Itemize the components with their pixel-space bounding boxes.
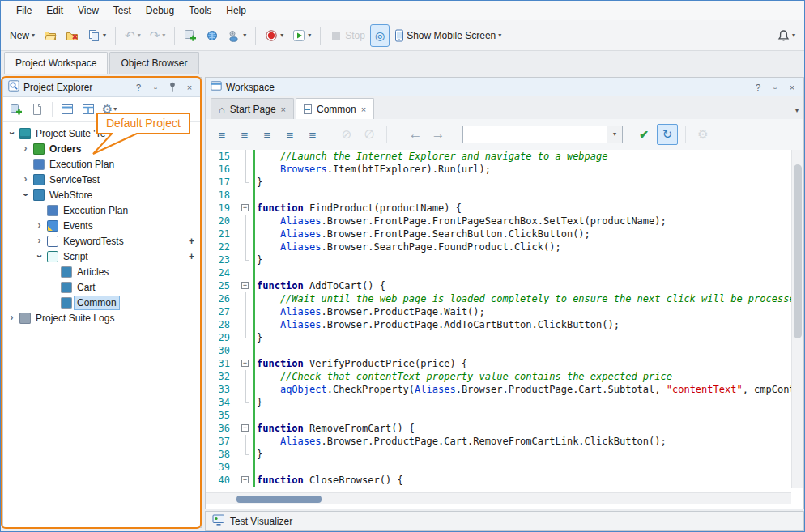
editor-settings-button[interactable]: ⚙ xyxy=(693,125,713,144)
code-line-33[interactable]: 33 aqObject.CheckProperty(Aliases.Browse… xyxy=(206,383,791,396)
code-line-40[interactable]: 40−function CloseBrowser() { xyxy=(206,474,791,487)
close-panel-button[interactable]: × xyxy=(183,83,196,92)
add-child-button[interactable]: + xyxy=(189,251,194,262)
code-line-25[interactable]: 25−function AddToCart() { xyxy=(206,279,791,292)
code-line-22[interactable]: 22 Aliases.Browser.SearchPage.FoundProdu… xyxy=(206,240,791,253)
tree-item-execution-plan[interactable]: Execution Plan xyxy=(3,156,201,172)
outdent-button[interactable]: ≡ xyxy=(280,125,300,144)
checkpoint-button[interactable] xyxy=(202,25,223,46)
close-tab-icon[interactable]: × xyxy=(281,104,286,114)
syntax-check-button[interactable]: ✔ xyxy=(634,125,654,144)
redo-button[interactable]: ↷ ▾ xyxy=(146,25,170,46)
pin-button[interactable] xyxy=(166,82,179,92)
vertical-scrollbar-thumb[interactable] xyxy=(794,164,802,338)
code-line-37[interactable]: 37 Aliases.Browser.ProductPage.Cart.Remo… xyxy=(206,435,791,448)
undo-button[interactable]: ↶ ▾ xyxy=(121,25,145,46)
code-line-30[interactable]: 30 xyxy=(206,344,791,357)
code-line-15[interactable]: 15 //Launch the Internet Explorer and na… xyxy=(206,150,791,163)
tree-item-keywordtests[interactable]: ›KeywordTests+ xyxy=(3,233,201,249)
fold-collapse-icon[interactable]: − xyxy=(241,360,249,367)
code-line-39[interactable]: 39 xyxy=(206,461,791,474)
tree-collapsed-arrow-icon[interactable]: › xyxy=(20,174,31,185)
copy-button[interactable]: ▾ xyxy=(83,25,110,46)
panel-view-button[interactable] xyxy=(58,100,76,118)
tree-item-common[interactable]: Common xyxy=(3,295,201,310)
tab-project-workspace[interactable]: Project Workspace xyxy=(4,52,108,74)
uncomment-code-button[interactable]: ≡ xyxy=(235,125,254,144)
code-line-38[interactable]: 38} xyxy=(206,448,791,461)
disabled-tool-button[interactable]: ⊘ xyxy=(337,125,356,144)
code-line-19[interactable]: 19−function FindProduct(productName) { xyxy=(206,202,791,215)
tree-collapsed-arrow-icon[interactable]: › xyxy=(34,220,45,231)
run-button[interactable]: ▾ xyxy=(288,25,315,46)
tree-item-articles[interactable]: Articles xyxy=(3,264,201,279)
close-project-button[interactable] xyxy=(62,25,83,46)
help-button[interactable]: ? xyxy=(752,83,765,92)
code-line-18[interactable]: 18 xyxy=(206,189,791,202)
code-line-32[interactable]: 32 //Check that contentText property val… xyxy=(206,370,791,383)
code-editor[interactable]: 15 //Launch the Internet Explorer and na… xyxy=(206,150,791,488)
code-line-20[interactable]: 20 Aliases.Browser.FrontPage.FrontPageSe… xyxy=(206,215,791,228)
menu-tools[interactable]: Tools xyxy=(181,2,219,19)
code-line-36[interactable]: 36−function RemoveFromCart() { xyxy=(206,422,791,435)
horizontal-scrollbar[interactable] xyxy=(206,492,791,504)
tree-expanded-arrow-icon[interactable]: › xyxy=(20,189,31,200)
code-line-28[interactable]: 28 Aliases.Browser.ProductPage.AddToCart… xyxy=(206,318,791,331)
editor-tab-start-page[interactable]: ⌂Start Page× xyxy=(211,98,294,120)
code-line-35[interactable]: 35 xyxy=(206,409,791,422)
comment-code-button[interactable]: ≡ xyxy=(212,125,232,144)
tree-expanded-arrow-icon[interactable]: › xyxy=(6,128,17,138)
tree-collapsed-arrow-icon[interactable]: › xyxy=(20,143,31,154)
code-line-26[interactable]: 26 //Wait until the web page is loaded c… xyxy=(206,292,791,305)
navigate-back-button[interactable]: ← xyxy=(406,125,425,144)
tree-item-events[interactable]: ›Events xyxy=(3,218,201,233)
show-mobile-screen-button[interactable]: Show Mobile Screen ▾ xyxy=(390,25,505,46)
float-button[interactable]: ▫ xyxy=(769,83,782,92)
indent-button[interactable]: ≡ xyxy=(258,125,277,144)
menu-test[interactable]: Test xyxy=(106,2,138,19)
tree-item-execution-plan[interactable]: Execution Plan xyxy=(3,202,201,218)
code-line-16[interactable]: 16 Browsers.Item(btIExplorer).Run(url); xyxy=(206,163,791,176)
add-new-item-button[interactable] xyxy=(180,25,201,46)
code-line-31[interactable]: 31−function VerifyProductPrice(price) { xyxy=(206,357,791,370)
whitespace-button[interactable]: ∅ xyxy=(360,125,379,144)
auto-refresh-toggle[interactable]: ↻ xyxy=(657,124,678,145)
tab-object-browser[interactable]: Object Browser xyxy=(109,52,198,74)
editor-tab-common[interactable]: Common× xyxy=(296,98,374,120)
tree-item-script[interactable]: ›Script+ xyxy=(3,249,201,264)
code-line-17[interactable]: 17} xyxy=(206,176,791,189)
help-button[interactable]: ? xyxy=(132,83,145,92)
record-button[interactable]: ▾ xyxy=(261,25,288,46)
add-project-button[interactable] xyxy=(7,100,25,118)
menu-view[interactable]: View xyxy=(70,2,106,19)
menu-debug[interactable]: Debug xyxy=(138,2,181,19)
horizontal-scrollbar-thumb[interactable] xyxy=(236,496,322,503)
stop-button[interactable]: Stop xyxy=(326,25,369,46)
tree-collapsed-arrow-icon[interactable]: › xyxy=(6,313,17,323)
tree-item-project-suite-logs[interactable]: ›Project Suite Logs xyxy=(3,310,201,326)
code-line-23[interactable]: 23} xyxy=(206,253,791,266)
code-line-21[interactable]: 21 Aliases.Browser.FrontPage.SearchButto… xyxy=(206,228,791,240)
menu-help[interactable]: Help xyxy=(219,2,253,19)
close-tab-icon[interactable]: × xyxy=(361,104,366,114)
navigate-forward-button[interactable]: → xyxy=(428,125,448,144)
test-visualizer-bar[interactable]: Test Visualizer xyxy=(205,511,804,531)
vertical-scrollbar[interactable] xyxy=(791,150,803,488)
tools-button[interactable]: ▾ xyxy=(224,25,250,46)
panel-split-button[interactable] xyxy=(79,100,97,118)
tab-list-dropdown[interactable]: ▾ xyxy=(795,104,799,115)
menu-edit[interactable]: Edit xyxy=(39,2,70,19)
new-button[interactable]: New ▾ xyxy=(6,25,39,46)
close-panel-button[interactable]: × xyxy=(786,83,799,92)
fold-collapse-icon[interactable]: − xyxy=(241,424,249,432)
menu-file[interactable]: File xyxy=(9,2,39,19)
combobox-dropdown-button[interactable]: ▾ xyxy=(607,126,622,143)
code-line-27[interactable]: 27 Aliases.Browser.ProductPage.Wait(); xyxy=(206,305,791,318)
add-child-button[interactable]: + xyxy=(189,236,194,247)
symbol-combobox[interactable]: ▾ xyxy=(462,126,623,143)
test-visualizer-toggle[interactable]: ◎ xyxy=(370,24,390,47)
fold-collapse-icon[interactable]: − xyxy=(241,476,249,483)
format-code-button[interactable]: ≡ xyxy=(303,125,322,144)
notifications-button[interactable]: ▾ xyxy=(773,25,799,46)
open-button[interactable] xyxy=(40,25,61,46)
